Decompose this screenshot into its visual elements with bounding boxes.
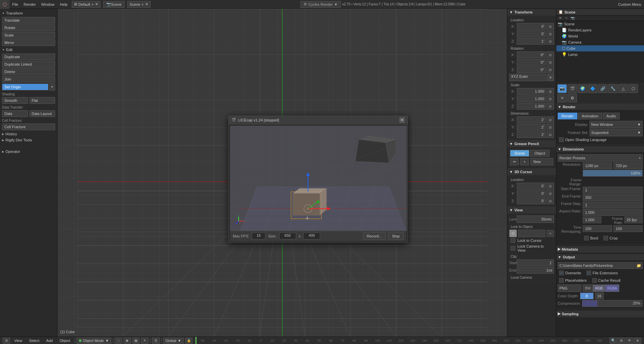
rot-z-input[interactable]: 0°	[517, 66, 546, 73]
outliner-cube-item[interactable]: ⬡ Cube	[556, 45, 644, 51]
render-section-header[interactable]: ▼ Render	[556, 104, 644, 110]
outliner-select-icon[interactable]: ↖	[564, 16, 569, 20]
format-select[interactable]: PNG	[558, 284, 581, 292]
lock-obj-field[interactable]	[518, 230, 545, 237]
asp-x-input[interactable]: 1.000	[583, 209, 643, 216]
cursor-section-header[interactable]: ▼ 3D Cursor	[507, 168, 556, 175]
res-y-input[interactable]: 720 px	[614, 162, 643, 169]
outliner-lamp-item[interactable]: 💡 Lamp	[556, 51, 644, 58]
time-old-input[interactable]: 100	[583, 225, 612, 232]
dialog-titlebar[interactable]: 🎬 LICEcap v1.24 [stopped] ✕	[229, 116, 407, 124]
scale-z-input[interactable]: 1.000	[517, 103, 546, 110]
view-section-header[interactable]: ▼ View	[507, 207, 556, 213]
scale-y-input[interactable]: 1.000	[517, 95, 546, 102]
loc-z-input[interactable]: 1'	[517, 38, 546, 45]
gp-object-tab[interactable]: Object	[530, 150, 550, 157]
outliner-scene-item[interactable]: 📷 Scene	[556, 21, 644, 27]
snap-icon[interactable]: 🔒	[185, 338, 193, 344]
record-button[interactable]: Record...	[363, 232, 386, 239]
wireframe-icon[interactable]: □	[115, 338, 122, 344]
loc-y-copy-btn[interactable]: ⊠	[547, 30, 554, 37]
cursor-x-input[interactable]: 0'	[517, 183, 546, 189]
end-frame-input[interactable]: 250	[583, 194, 643, 201]
bottom-add-menu[interactable]: Add	[43, 337, 55, 344]
osl-checkbox[interactable]	[559, 137, 564, 142]
dim-x-input[interactable]: 2'	[517, 116, 546, 123]
world-props-icon[interactable]: 🌍	[578, 84, 587, 93]
outliner-camera-item[interactable]: 📷 Camera	[556, 39, 644, 45]
grid-icon[interactable]: ⊞	[618, 338, 625, 344]
output-section-header[interactable]: ▼ Output	[556, 254, 644, 260]
data-layout-button[interactable]: Data Layout	[29, 110, 55, 117]
menu-window[interactable]: Window	[39, 0, 57, 9]
object-props-icon[interactable]: 🔷	[588, 84, 597, 93]
scene-name-field[interactable]: Scene + ✕	[127, 1, 151, 8]
clip-start-input[interactable]: 1'	[517, 259, 554, 266]
zoom-icon[interactable]: 🔍	[609, 338, 617, 344]
dim-y-copy-btn[interactable]: ⊠	[547, 124, 554, 131]
overlay-icon[interactable]: 👁	[626, 338, 633, 344]
bw-btn[interactable]: BW	[583, 284, 593, 292]
frame-step-input[interactable]: 1	[583, 202, 643, 208]
output-path-input[interactable]: C:\Users\Bates Family\Pictures\tmp	[558, 262, 635, 269]
overwrite-checkbox[interactable]: ✓	[559, 271, 564, 275]
rot-y-copy-btn[interactable]: ⊠	[547, 59, 554, 66]
dimensions-section-header[interactable]: ▼ Dimensions	[556, 146, 644, 152]
texture-icon[interactable]: ▦	[132, 338, 140, 344]
custom-menu-label[interactable]: Custom Menu	[616, 2, 644, 6]
lens-input[interactable]: 55mm	[517, 215, 554, 223]
outliner-view-icon[interactable]: 👁	[558, 16, 563, 20]
frame-rate-input[interactable]: 25 fps	[624, 216, 643, 223]
duplicate-linked-button[interactable]: Duplicate Linked	[2, 61, 55, 68]
asp-y-input[interactable]: 1.000	[583, 216, 601, 223]
dim-x-copy-btn[interactable]: ⊠	[547, 116, 554, 123]
bord-checkbox[interactable]	[584, 236, 589, 240]
rotation-mode-expand[interactable]: ▼	[547, 74, 554, 81]
res-percent-bar[interactable]: 100%	[583, 170, 643, 177]
outliner-world-item[interactable]: 🌍 World	[556, 33, 644, 39]
scale-y-copy-btn[interactable]: ⊠	[547, 95, 554, 102]
physics-icon[interactable]: ⚙	[568, 94, 577, 102]
rot-x-input[interactable]: 0°	[517, 51, 546, 58]
gp-pencil-icon-btn[interactable]: ✏	[510, 158, 519, 165]
scale-x-copy-btn[interactable]: ⊠	[547, 88, 554, 95]
viewport-area[interactable]: User Ortho Feet	[58, 9, 507, 337]
rigify-header[interactable]: ▶ Rigify Dev Tools	[0, 137, 57, 143]
scale-button[interactable]: Scale	[2, 32, 55, 39]
outliner-render-icon[interactable]: 📷	[570, 16, 575, 20]
x2-icon[interactable]: ✕	[145, 2, 148, 6]
operator-header[interactable]: ▶ Operator	[0, 148, 57, 155]
bottom-mode-icon[interactable]: ⊞	[3, 338, 10, 344]
audio-tab[interactable]: Audio	[603, 113, 620, 119]
depth-8-input[interactable]: 8	[580, 293, 594, 299]
constraints-icon[interactable]: 🔗	[598, 84, 607, 93]
render-presets-dropdown[interactable]: Render Presets +	[558, 154, 643, 162]
rgba-btn[interactable]: RGBA	[605, 284, 619, 292]
data-icon[interactable]: △	[618, 84, 628, 93]
history-header[interactable]: ▶ History	[0, 131, 57, 137]
bottom-select-menu[interactable]: Select	[26, 337, 42, 344]
dialog-close-button[interactable]: ✕	[399, 117, 405, 122]
gp-add-btn[interactable]: +	[520, 158, 529, 165]
lock-camera-checkbox[interactable]	[511, 246, 515, 251]
loc-x-copy-btn[interactable]: ⊠	[547, 23, 554, 30]
dim-y-input[interactable]: 2'	[517, 124, 546, 131]
cursor-x-copy[interactable]: ⊠	[547, 183, 554, 189]
solid-icon[interactable]: ◉	[124, 338, 131, 344]
mode-selector[interactable]: Object Mode ▼	[76, 338, 111, 344]
render-tab[interactable]: Render	[558, 113, 577, 119]
rendered-icon[interactable]: ☀	[141, 338, 149, 344]
display-dropdown[interactable]: New Window ▼	[590, 121, 643, 128]
gizmo-icon[interactable]: ⊕	[634, 338, 641, 344]
loc-y-input[interactable]: 0'	[517, 30, 546, 37]
scene-props-icon[interactable]: 🎬	[568, 84, 577, 93]
dialog-viewport[interactable]: X Y Z	[230, 125, 407, 230]
menu-help[interactable]: Help	[57, 0, 70, 9]
rot-z-copy-btn[interactable]: ⊠	[547, 66, 554, 73]
scale-x-input[interactable]: 1.000	[517, 88, 546, 95]
dim-z-copy-btn[interactable]: ⊠	[547, 131, 554, 138]
global-selector[interactable]: Global ▼	[163, 338, 184, 344]
edit-header[interactable]: ▼ Edit	[0, 47, 57, 53]
scale-z-copy-btn[interactable]: ⊠	[547, 103, 554, 110]
start-frame-input[interactable]: 1	[583, 187, 643, 193]
